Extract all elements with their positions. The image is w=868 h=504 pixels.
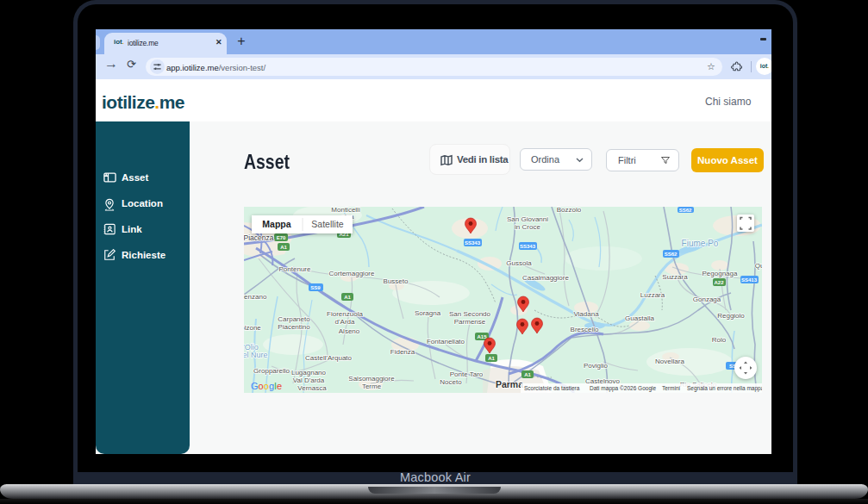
svg-text:SS62: SS62: [665, 252, 678, 257]
svg-text:Segnala un errore nella mappa: Segnala un errore nella mappa: [687, 385, 762, 392]
svg-text:Fiorenzuola: Fiorenzuola: [327, 310, 363, 318]
svg-text:Cortemaggiore: Cortemaggiore: [329, 270, 375, 277]
svg-text:Bozzolo: Bozzolo: [557, 207, 582, 214]
svg-text:E70: E70: [277, 235, 286, 240]
svg-text:Guastalla: Guastalla: [625, 314, 654, 322]
svg-text:Viadana: Viadana: [573, 310, 599, 318]
svg-text:Vernasca: Vernasca: [297, 384, 327, 392]
svg-text:Gropparello: Gropparello: [253, 367, 290, 375]
svg-text:SS343: SS343: [465, 240, 481, 246]
svg-text:San Secondo: San Secondo: [449, 310, 491, 318]
svg-text:Dati mappa ©2026 Google: Dati mappa ©2026 Google: [590, 385, 656, 392]
svg-text:Lugagnano: Lugagnano: [291, 369, 327, 376]
svg-text:Termini: Termini: [662, 385, 680, 391]
svg-text:d'Arda: d'Arda: [335, 318, 355, 326]
svg-text:Pegognaga: Pegognaga: [703, 270, 738, 277]
svg-text:Reggiolo: Reggiolo: [717, 312, 745, 320]
svg-text:Terme: Terme: [362, 383, 382, 390]
svg-text:Fiume Po: Fiume Po: [682, 239, 719, 248]
svg-text:Poviglio: Poviglio: [584, 362, 609, 370]
svg-text:A1: A1: [280, 245, 287, 250]
svg-text:Val D'arda: Val D'arda: [293, 376, 325, 384]
svg-text:Satellite: Satellite: [311, 219, 344, 229]
svg-text:San Giovanni: San Giovanni: [507, 215, 548, 223]
svg-text:Parma: Parma: [496, 379, 523, 389]
svg-text:Busseto: Busseto: [384, 277, 409, 285]
svg-text:G: G: [251, 381, 259, 391]
svg-text:Salsomaggiore: Salsomaggiore: [348, 375, 395, 383]
svg-text:denzano: denzano: [244, 293, 267, 301]
svg-text:Noceto: Noceto: [440, 378, 462, 386]
svg-text:Luzzara: Luzzara: [640, 291, 665, 299]
svg-text:Piacentino: Piacentino: [278, 323, 310, 331]
svg-text:Fontanellato: Fontanellato: [427, 338, 465, 345]
svg-text:A1: A1: [524, 372, 531, 377]
svg-text:SS413: SS413: [741, 277, 758, 283]
svg-text:Casalmaggiore: Casalmaggiore: [522, 274, 569, 282]
svg-text:A15: A15: [477, 334, 487, 339]
svg-text:Scorciatoie da tastiera: Scorciatoie da tastiera: [524, 385, 580, 391]
svg-text:SS62: SS62: [679, 208, 692, 213]
svg-text:Suzzara: Suzzara: [662, 273, 688, 281]
svg-text:SS9: SS9: [310, 285, 321, 290]
svg-text:olzone: olzone: [244, 324, 261, 332]
svg-text:Gussola: Gussola: [506, 259, 532, 267]
svg-text:o: o: [259, 381, 264, 391]
svg-text:A22: A22: [714, 280, 724, 285]
svg-text:Soragna: Soragna: [415, 309, 441, 317]
svg-text:el Nure: el Nure: [244, 351, 268, 359]
svg-text:Novellara: Novellara: [655, 358, 684, 365]
svg-text:SS343: SS343: [520, 244, 536, 249]
svg-text:o: o: [264, 381, 269, 391]
svg-text:Fidenza: Fidenza: [390, 348, 415, 356]
svg-text:A1: A1: [344, 295, 351, 300]
svg-text:Mappa: Mappa: [262, 219, 290, 229]
svg-text:A1: A1: [488, 356, 495, 361]
svg-text:Pontenure: Pontenure: [279, 265, 311, 273]
svg-text:Parmense: Parmense: [454, 318, 486, 326]
svg-text:Gonzaga: Gonzaga: [693, 296, 721, 303]
svg-text:Castell'Arquato: Castell'Arquato: [305, 354, 353, 362]
svg-text:e: e: [277, 381, 282, 391]
svg-text:Brescello: Brescello: [571, 326, 599, 333]
svg-text:Piacenza: Piacenza: [244, 233, 274, 242]
svg-text:Carpaneto: Carpaneto: [278, 315, 310, 323]
svg-text:Rolo: Rolo: [712, 336, 727, 344]
svg-text:Qu: Qu: [755, 262, 762, 270]
svg-text:in Croce: in Croce: [515, 223, 540, 231]
svg-text:Alseno: Alseno: [339, 327, 360, 335]
svg-text:Ponte Taro: Ponte Taro: [450, 370, 484, 378]
